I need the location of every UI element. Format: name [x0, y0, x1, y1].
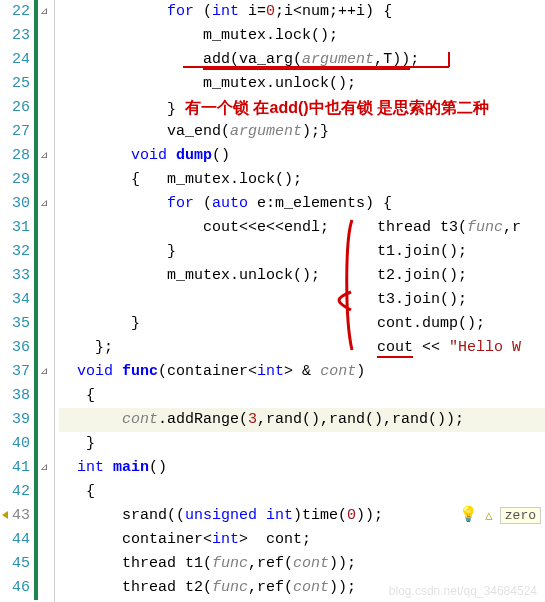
code-line[interactable]: srand((unsigned int)time(0));💡 △ zero	[59, 504, 545, 528]
warning-widget[interactable]: 💡 △ zero	[459, 504, 541, 528]
fold-marker	[34, 96, 50, 120]
gutter-row: 35	[0, 312, 50, 336]
code-line[interactable]: add(va_arg(argument,T));	[59, 48, 545, 72]
fold-marker[interactable]: ⊿	[34, 192, 50, 216]
fold-marker	[34, 72, 50, 96]
warning-text: zero	[500, 507, 541, 524]
line-number: 37	[0, 360, 34, 384]
line-number: 33	[0, 264, 34, 288]
gutter-row: 40	[0, 432, 50, 456]
fold-marker	[34, 336, 50, 360]
line-number: 26	[0, 96, 34, 120]
code-line[interactable]: } cont.dump();	[59, 312, 545, 336]
code-line[interactable]: container<int> cont;	[59, 528, 545, 552]
code-line[interactable]: cout<<e<<endl; thread t3(func,r	[59, 216, 545, 240]
line-number: 41	[0, 456, 34, 480]
gutter-row: 31	[0, 216, 50, 240]
code-line[interactable]: for (auto e:m_elements) {	[59, 192, 545, 216]
gutter-row: 25	[0, 72, 50, 96]
gutter-row: 37⊿	[0, 360, 50, 384]
gutter-row: 45	[0, 552, 50, 576]
code-line[interactable]: va_end(argument);}	[59, 120, 545, 144]
line-number: 39	[0, 408, 34, 432]
fold-marker[interactable]: ⊿	[34, 456, 50, 480]
code-line[interactable]: int main()	[59, 456, 545, 480]
overlay-snippet: thread t3(func,r	[359, 216, 521, 240]
overlay-snippet: t1.join();	[359, 240, 467, 264]
code-line[interactable]: for (int i=0;i<num;++i) {	[59, 0, 545, 24]
gutter-row: 42	[0, 480, 50, 504]
fold-marker	[34, 528, 50, 552]
fold-marker	[34, 216, 50, 240]
gutter-row: 22⊿	[0, 0, 50, 24]
line-number: 43	[0, 504, 34, 528]
fold-marker[interactable]: ⊿	[34, 0, 50, 24]
code-line[interactable]: m_mutex.unlock(); t2.join();	[59, 264, 545, 288]
code-line[interactable]: { m_mutex.lock();	[59, 168, 545, 192]
fold-marker	[34, 120, 50, 144]
line-number: 32	[0, 240, 34, 264]
watermark: blog.csdn.net/qq_34684524	[389, 584, 537, 598]
code-line[interactable]: {	[59, 384, 545, 408]
gutter-row: 38	[0, 384, 50, 408]
code-line[interactable]: void func(container<int> & cont)	[59, 360, 545, 384]
line-number: 44	[0, 528, 34, 552]
fold-marker	[34, 384, 50, 408]
line-number: 42	[0, 480, 34, 504]
line-number: 34	[0, 288, 34, 312]
code-line[interactable]: {	[59, 480, 545, 504]
line-number: 25	[0, 72, 34, 96]
gutter-row: 41⊿	[0, 456, 50, 480]
code-line[interactable]: m_mutex.lock();	[59, 24, 545, 48]
fold-marker[interactable]: ⊿	[34, 360, 50, 384]
gutter-row: 36	[0, 336, 50, 360]
code-line[interactable]: } 有一个锁 在add()中也有锁 是思索的第二种	[59, 96, 545, 120]
red-annotation: 有一个锁 在add()中也有锁 是思索的第二种	[185, 99, 489, 116]
code-line[interactable]: thread t1(func,ref(cont));	[59, 552, 545, 576]
fold-marker	[34, 240, 50, 264]
gutter-row: 24	[0, 48, 50, 72]
fold-marker	[34, 312, 50, 336]
fold-marker	[34, 576, 50, 600]
line-number: 29	[0, 168, 34, 192]
line-number: 22	[0, 0, 34, 24]
breakpoint-arrow-icon	[2, 511, 8, 519]
gutter-row: 46	[0, 576, 50, 600]
fold-marker	[34, 408, 50, 432]
line-number: 28	[0, 144, 34, 168]
gutter-row: 30⊿	[0, 192, 50, 216]
fold-marker	[34, 480, 50, 504]
gutter: 22⊿232425262728⊿2930⊿31323334353637⊿3839…	[0, 0, 55, 602]
code-editor: 22⊿232425262728⊿2930⊿31323334353637⊿3839…	[0, 0, 545, 602]
overlay-snippet: t2.join();	[359, 264, 467, 288]
warning-triangle-icon: △	[478, 509, 500, 523]
overlay-snippet: cont.dump();	[359, 312, 485, 336]
gutter-row: 23	[0, 24, 50, 48]
code-line[interactable]: m_mutex.unlock();	[59, 72, 545, 96]
line-number: 46	[0, 576, 34, 600]
gutter-row: 28⊿	[0, 144, 50, 168]
overlay-snippet: t3.join();	[359, 288, 467, 312]
code-line[interactable]: void dump()	[59, 144, 545, 168]
line-number: 27	[0, 120, 34, 144]
code-line[interactable]: } t1.join();	[59, 240, 545, 264]
code-line[interactable]: cont.addRange(3,rand(),rand(),rand());	[59, 408, 545, 432]
code-line[interactable]: }; cout << "Hello W	[59, 336, 545, 360]
code-line[interactable]: t3.join();	[59, 288, 545, 312]
line-number: 24	[0, 48, 34, 72]
fold-marker	[34, 432, 50, 456]
line-number: 36	[0, 336, 34, 360]
fold-marker	[34, 264, 50, 288]
fold-marker[interactable]: ⊿	[34, 144, 50, 168]
gutter-row: 39	[0, 408, 50, 432]
line-number: 45	[0, 552, 34, 576]
fold-marker	[34, 504, 50, 528]
fold-marker	[34, 552, 50, 576]
fold-marker	[34, 48, 50, 72]
line-number: 30	[0, 192, 34, 216]
lightbulb-icon[interactable]: 💡	[459, 507, 478, 524]
gutter-row: 33	[0, 264, 50, 288]
code-line[interactable]: }	[59, 432, 545, 456]
code-area[interactable]: for (int i=0;i<num;++i) { m_mutex.lock()…	[55, 0, 545, 602]
gutter-row: 27	[0, 120, 50, 144]
